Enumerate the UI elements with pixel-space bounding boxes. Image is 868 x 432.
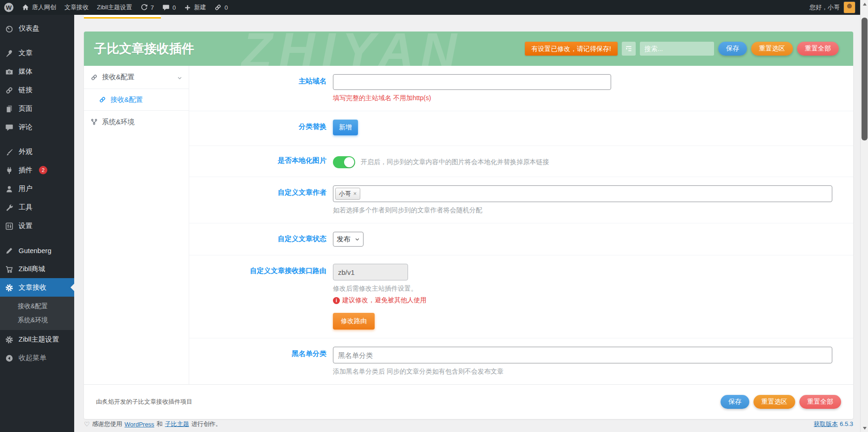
save-button[interactable]: 保存	[718, 42, 747, 56]
adminbar-article-receive[interactable]: 文章接收	[60, 0, 93, 15]
post-status-select[interactable]: 发布	[333, 232, 364, 247]
sidebar-item-label: 评论	[19, 123, 32, 132]
sidebar-item-settings[interactable]: 设置	[0, 216, 74, 235]
sidebar-item-label: Gutenberg	[19, 247, 51, 254]
submenu-item-system-env[interactable]: 系统&环境	[0, 313, 74, 327]
localize-images-toggle[interactable]	[333, 156, 355, 168]
pages-icon	[5, 104, 14, 113]
updates-menu[interactable]: 7	[136, 0, 158, 15]
adminbar-zibll-settings[interactable]: Zibll主题设置	[93, 0, 136, 15]
thanks-suffix: 进行创作。	[191, 420, 222, 428]
pin-icon	[5, 48, 14, 57]
thanks-and: 和	[157, 420, 163, 428]
sidebar-item-links[interactable]: 链接	[0, 81, 74, 99]
sidebar-item-appearance[interactable]: 外观	[0, 142, 74, 161]
api-route-warning-text: 建议修改，避免被其他人使用	[342, 296, 427, 305]
unsaved-changes-alert: 有设置已修改，请记得保存!	[525, 42, 618, 56]
comment-icon	[162, 4, 170, 11]
collapse-arrow-icon	[5, 353, 14, 362]
watermark-text: ZHIYAN	[242, 32, 463, 66]
get-version-link[interactable]: 获取版本	[814, 420, 838, 427]
sidebar-item-label: 工具	[19, 203, 32, 212]
sidebar-item-pages[interactable]: 页面	[0, 99, 74, 118]
api-route-warning: i 建议修改，避免被其他人使用	[333, 296, 837, 305]
nav-item-label: 系统&环境	[102, 118, 134, 127]
update-count: 7	[151, 4, 154, 11]
add-category-button[interactable]: 新增	[333, 120, 358, 135]
author-tags-input[interactable]: 小哥 ×	[333, 185, 832, 202]
api-route-input[interactable]	[333, 264, 408, 280]
site-name-menu[interactable]: 唐人网创	[18, 0, 60, 15]
sidebar-item-dashboard[interactable]: 仪表盘	[0, 19, 74, 38]
blacklist-hint: 添加黑名单分类后 同步的文章分类如有包含则不会发布文章	[333, 368, 837, 376]
credit-text: 由炙焰开发的子比文章接收插件项目	[96, 398, 192, 406]
sidebar-item-label: Zibll主题设置	[19, 335, 59, 344]
nav-group-label: 接收&配置	[102, 73, 134, 82]
greeting-label[interactable]: 您好，小哥	[810, 3, 840, 12]
sidebar-item-posts[interactable]: 文章	[0, 44, 74, 62]
sidebar-item-media[interactable]: 媒体	[0, 62, 74, 81]
comments-menu[interactable]: 0	[158, 0, 180, 15]
blacklist-input[interactable]	[333, 347, 832, 363]
avatar[interactable]	[843, 1, 855, 13]
adminbar-zibll-settings-label: Zibll主题设置	[97, 3, 132, 12]
sidebar-item-zibll-theme-settings[interactable]: Zibll主题设置	[0, 330, 74, 349]
reset-section-button[interactable]: 重置选区	[751, 42, 793, 56]
sidebar-item-users[interactable]: 用户	[0, 179, 74, 198]
settings-panel-nav: 接收&配置 接收&配置 系统&环境	[84, 66, 189, 384]
comments-icon	[5, 122, 14, 131]
sidebar-item-label: 用户	[19, 184, 32, 193]
links-counter-menu[interactable]: 0	[210, 0, 232, 15]
cutoff-notice-tab	[84, 15, 161, 19]
sidebar-item-label: 外观	[19, 147, 32, 156]
footer-buttons: 保存 重置选区 重置全部	[721, 395, 841, 409]
page-footer: ♡ 感谢您使用WordPress和子比主题进行创作。 获取版本6.5.3	[84, 420, 853, 428]
link-icon	[5, 85, 14, 94]
scrollbar-thumb[interactable]	[862, 18, 868, 140]
thanks-prefix: 感谢您使用	[92, 420, 122, 428]
footer-save-button[interactable]: 保存	[721, 395, 749, 409]
adminbar-article-receive-label: 文章接收	[64, 3, 89, 12]
panel-toggle-button[interactable]	[622, 42, 636, 56]
wordpress-logo-menu[interactable]: W	[0, 0, 18, 15]
sidebar-item-label: 文章	[19, 49, 32, 57]
form-row-domain: 主站域名 填写完整的主站域名 不用加http(s)	[189, 66, 853, 111]
localize-images-desc: 开启后，同步到的文章内容中的图片将会本地化并替换掉原本链接	[361, 158, 549, 166]
domain-input[interactable]	[333, 74, 611, 90]
reset-all-button[interactable]: 重置全部	[797, 42, 839, 56]
scroll-up-button[interactable]	[861, 0, 868, 8]
plus-icon	[184, 4, 191, 11]
sidebar-item-label: 文章接收	[19, 283, 46, 292]
sidebar-item-tools[interactable]: 工具	[0, 198, 74, 216]
field-label: 主站域名	[189, 66, 333, 111]
modify-route-button[interactable]: 修改路由	[333, 313, 375, 330]
nav-subitem-receive-config-active[interactable]: 接收&配置	[84, 89, 189, 111]
post-status-value: 发布	[337, 235, 351, 244]
author-tag-label: 小哥	[339, 190, 351, 198]
new-content-menu[interactable]: 新建	[180, 0, 210, 15]
footer-reset-section-button[interactable]: 重置选区	[753, 395, 795, 409]
dashboard-icon	[5, 24, 14, 32]
sidebar-item-collapse-menu[interactable]: 收起菜单	[0, 349, 74, 367]
form-row-post-status: 自定义文章状态 发布	[189, 223, 853, 255]
sidebar-item-zibll-shop[interactable]: Zibll商城	[0, 260, 74, 278]
nav-item-system-env[interactable]: 系统&环境	[84, 111, 189, 133]
settings-card-body: 接收&配置 接收&配置 系统&环境 主站域名 填	[84, 66, 853, 384]
zibll-theme-link[interactable]: 子比主题	[165, 420, 189, 428]
sidebar-item-article-receive[interactable]: 文章接收	[0, 278, 74, 297]
sidebar-item-gutenberg[interactable]: Gutenberg	[0, 241, 74, 260]
submenu-item-receive-config[interactable]: 接收&配置	[0, 299, 74, 313]
nav-group-receive-config[interactable]: 接收&配置	[84, 66, 189, 89]
wordpress-link[interactable]: WordPress	[125, 421, 154, 428]
sidebar-item-comments[interactable]: 评论	[0, 118, 74, 136]
form-row-api-route: 自定义文章接收接口路由 修改后需修改主站插件设置。 i 建议修改，避免被其他人使…	[189, 255, 853, 338]
footer-reset-all-button[interactable]: 重置全部	[799, 395, 841, 409]
version-number: 6.5.3	[840, 420, 853, 427]
form-row-blacklist: 黑名单分类 添加黑名单分类后 同步的文章分类如有包含则不会发布文章	[189, 338, 853, 384]
search-input[interactable]	[640, 42, 714, 56]
remove-tag-icon[interactable]: ×	[353, 191, 357, 197]
sidebar-item-plugins[interactable]: 插件 2	[0, 161, 74, 179]
sidebar-item-label: 媒体	[19, 67, 32, 76]
field-label: 黑名单分类	[189, 338, 333, 384]
scroll-down-button[interactable]	[861, 424, 868, 432]
